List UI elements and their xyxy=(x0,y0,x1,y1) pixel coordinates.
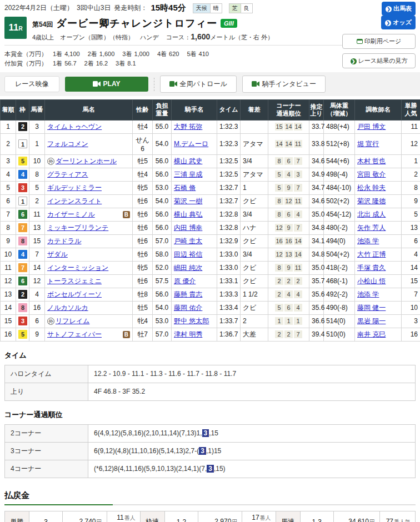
amount-value: 2,740 xyxy=(79,518,96,522)
jockey-link[interactable]: 内田 博幸 xyxy=(174,224,202,232)
jockey-link[interactable]: 菊沢 一樹 xyxy=(174,197,202,205)
jockey-link[interactable]: 横山 典弘 xyxy=(174,210,202,218)
horse-link[interactable]: ギルデッドミラー xyxy=(47,183,102,193)
prize-amount: 4,100 xyxy=(64,51,80,57)
corner2-order: 6(4,9,12)(5,8,16)(2,10,11,14)(7,13)1,3,1… xyxy=(88,424,416,442)
trainer-link[interactable]: 矢作 芳人 xyxy=(357,224,386,232)
frame-badge: 8 xyxy=(18,303,27,312)
jockey-link[interactable]: 石橋 脩 xyxy=(174,184,196,192)
trainer-link[interactable]: 堀 宣行 xyxy=(357,140,379,148)
jockey-link[interactable]: 三浦 皇成 xyxy=(174,170,202,178)
frame-badge: 4 xyxy=(18,250,27,259)
frame-badge: 7 xyxy=(18,223,27,232)
trainer-link[interactable]: 宮田 敬介 xyxy=(357,170,386,178)
body-weight: 488(+4) xyxy=(324,120,355,133)
trainer-link[interactable]: 松永 幹夫 xyxy=(357,184,386,192)
jockey-link[interactable]: 津村 明秀 xyxy=(174,330,202,338)
chevron-circle-icon: ❯ xyxy=(351,58,357,64)
corner-order-cell: 141411 xyxy=(268,133,309,154)
trainer-link[interactable]: 大竹 正博 xyxy=(357,250,386,258)
jockey-link[interactable]: 田辺 裕信 xyxy=(174,250,202,258)
results-guide-button[interactable]: ❯レース結果の見方 xyxy=(342,53,416,68)
body-weight: 480(-2) xyxy=(324,221,355,234)
trainer-link[interactable]: 藤岡 健一 xyxy=(357,304,386,312)
horse-link[interactable]: カテドラル xyxy=(47,237,81,246)
trainer-cell: 手塚 貴久 xyxy=(355,261,402,274)
print-page-button[interactable]: 印刷用ページ xyxy=(342,34,416,49)
col-horse-name: 馬名 xyxy=(45,100,133,121)
weight-carried: 57.5 xyxy=(153,274,172,288)
odds-button[interactable]: ❯オッズ xyxy=(381,16,416,29)
play-button[interactable]: PLAY xyxy=(65,77,148,92)
prize-place: 4着 xyxy=(157,51,167,57)
patrol-video-button[interactable]: 全周パトロール xyxy=(160,76,237,93)
trainer-link[interactable]: 黒岩 陽一 xyxy=(357,317,386,325)
finish-position: 14 xyxy=(1,301,16,314)
horse-link[interactable]: サトノフェイバー xyxy=(47,330,102,339)
weight-carried: 56.0 xyxy=(153,168,172,181)
body-weight: 418(-2) xyxy=(324,261,355,274)
win-popularity: 7 xyxy=(402,288,420,301)
horse-link[interactable]: ノルカソルカ xyxy=(47,303,88,313)
horse-link[interactable]: ボンセルヴィーソ xyxy=(47,290,102,299)
trainer-link[interactable]: 小桧山 悟 xyxy=(357,277,386,285)
jockey-link[interactable]: 藤岡 佑介 xyxy=(174,304,202,312)
jockey-interview-button[interactable]: 騎手インタビュー xyxy=(242,76,326,93)
corner-position: 5 xyxy=(275,304,283,312)
horse-cell: 外リフレイム xyxy=(45,314,133,328)
prize-item: 2着16.2 xyxy=(84,60,108,67)
jockey-link[interactable]: 嶋田 純次 xyxy=(174,264,202,272)
jockey-cell: 石橋 脩 xyxy=(172,181,217,194)
horse-link[interactable]: ミッキーブリランテ xyxy=(47,223,108,233)
margin: 1 1/2 xyxy=(241,288,268,301)
entries-button[interactable]: ❯出馬表 xyxy=(382,2,416,16)
horse-link[interactable]: トーラスジェミニ xyxy=(47,277,102,286)
corner-position: 8 xyxy=(275,197,283,205)
trainer-link[interactable]: 池添 学 xyxy=(357,237,379,245)
horse-link[interactable]: リフレイム xyxy=(56,317,89,326)
horse-link[interactable]: インターミッション xyxy=(47,263,108,273)
table-row: 1 2 3 タイムトゥヘヴン 牡4 55.0 大野 拓弥 1:32.3 1514… xyxy=(1,120,420,133)
race-time: 1:32.3 xyxy=(217,120,241,133)
win-popularity: 3 xyxy=(402,314,420,328)
trainer-link[interactable]: 南井 克巳 xyxy=(357,330,386,338)
horse-number: 4 xyxy=(29,288,45,301)
horse-link[interactable]: インテンスライト xyxy=(47,197,102,206)
trainer-link[interactable]: 手塚 貴久 xyxy=(357,264,386,272)
horse-link[interactable]: タイムトゥヘヴン xyxy=(47,122,102,132)
trainer-link[interactable]: 菊沢 隆徳 xyxy=(357,197,386,205)
trainer-link[interactable]: 北出 成人 xyxy=(357,210,386,218)
jockey-link[interactable]: 野中 悠太郎 xyxy=(174,317,209,325)
horse-link[interactable]: カイザーミノル xyxy=(47,210,95,219)
margin: クビ xyxy=(241,261,268,274)
corner-order-cell: 222 xyxy=(268,274,309,288)
horse-cell: カテドラル xyxy=(45,234,133,248)
weight-carried: 55.0 xyxy=(153,120,172,133)
horse-link[interactable]: ザダル xyxy=(47,250,68,259)
finish-position: 12 xyxy=(1,274,16,288)
horse-link[interactable]: フォルコメン xyxy=(47,139,88,149)
win-popularity: 11番人気 xyxy=(107,511,140,522)
horse-link[interactable]: ダーリントンホール xyxy=(56,157,117,166)
frame-badge: 3 xyxy=(18,183,27,192)
trainer-link[interactable]: 池添 学 xyxy=(357,290,379,298)
race-edition: 第54回 xyxy=(32,18,53,29)
jockey-link[interactable]: 戸崎 圭太 xyxy=(174,237,202,245)
jockey-link[interactable]: 大野 拓弥 xyxy=(174,123,202,130)
jockey-link[interactable]: 原 優介 xyxy=(174,277,196,285)
horse-link[interactable]: グラティアス xyxy=(47,170,88,179)
trainer-link[interactable]: 戸田 博文 xyxy=(357,123,386,130)
prize-amount: 1,000 xyxy=(134,51,149,57)
col-body-weight: 馬体重 （増減） xyxy=(324,100,355,121)
frame-cell: 7 xyxy=(16,261,29,274)
body-weight: 492(-2) xyxy=(324,288,355,301)
col-time: タイム xyxy=(217,100,241,121)
jockey-link[interactable]: 藤懸 貴志 xyxy=(174,290,202,298)
jockey-link[interactable]: M.デムーロ xyxy=(174,140,208,148)
jockey-link[interactable]: 横山 武史 xyxy=(174,157,202,165)
corner-position: 14 xyxy=(284,123,293,130)
corner-position: 11 xyxy=(294,264,302,272)
trainer-link[interactable]: 木村 哲也 xyxy=(357,157,386,165)
weight-carried: 57.0 xyxy=(153,328,172,341)
finish-position: 6 xyxy=(1,194,16,208)
